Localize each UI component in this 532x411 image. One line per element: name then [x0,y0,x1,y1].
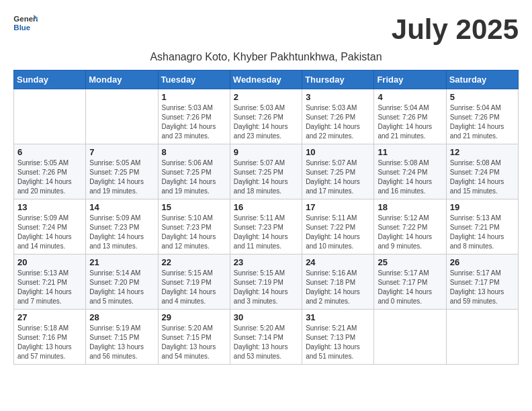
sunset-text: Sunset: 7:15 PM [162,334,212,341]
sunset-text: Sunset: 7:15 PM [89,334,139,341]
daylight-text: Daylight: 14 hours and 11 minutes. [234,233,288,250]
day-number: 5 [450,92,515,102]
day-info: Sunrise: 5:20 AMSunset: 7:15 PMDaylight:… [162,324,226,361]
daylight-text: Daylight: 14 hours and 19 minutes. [162,178,216,195]
sunrise-text: Sunrise: 5:04 AM [378,104,429,111]
daylight-text: Daylight: 13 hours and 51 minutes. [306,343,360,360]
calendar-week-4: 20Sunrise: 5:13 AMSunset: 7:21 PMDayligh… [14,255,519,310]
day-number: 12 [450,147,515,157]
sunrise-text: Sunrise: 5:21 AM [306,324,357,332]
daylight-text: Daylight: 14 hours and 12 minutes. [162,233,216,250]
sunrise-text: Sunrise: 5:06 AM [162,159,213,167]
sunrise-text: Sunrise: 5:18 AM [17,324,69,332]
sunset-text: Sunset: 7:25 PM [162,169,212,176]
calendar-cell-week5-day6 [446,310,518,365]
day-info: Sunrise: 5:03 AMSunset: 7:26 PMDaylight:… [234,103,298,141]
day-number: 23 [234,257,298,267]
calendar-cell-week3-day0: 13Sunrise: 5:09 AMSunset: 7:24 PMDayligh… [14,199,86,255]
day-number: 13 [17,202,82,212]
day-number: 30 [234,312,298,322]
daylight-text: Daylight: 13 hours and 53 minutes. [234,343,288,360]
calendar-cell-week4-day3: 23Sunrise: 5:15 AMSunset: 7:19 PMDayligh… [230,255,302,310]
day-info: Sunrise: 5:11 AMSunset: 7:23 PMDaylight:… [234,214,298,251]
sunset-text: Sunset: 7:16 PM [17,334,67,341]
calendar-cell-week2-day0: 6Sunrise: 5:05 AMSunset: 7:26 PMDaylight… [14,144,86,199]
sunset-text: Sunset: 7:23 PM [234,224,283,231]
sunrise-text: Sunrise: 5:07 AM [234,159,285,167]
sunrise-text: Sunrise: 5:07 AM [306,159,357,167]
page-header: General Blue July 2025 [13,13,519,46]
day-info: Sunrise: 5:11 AMSunset: 7:22 PMDaylight:… [306,214,370,251]
calendar-cell-week4-day6: 26Sunrise: 5:17 AMSunset: 7:17 PMDayligh… [446,255,518,310]
calendar-cell-week2-day3: 9Sunrise: 5:07 AMSunset: 7:25 PMDaylight… [230,144,302,199]
daylight-text: Daylight: 14 hours and 2 minutes. [306,288,360,305]
day-number: 6 [17,147,82,157]
daylight-text: Daylight: 14 hours and 14 minutes. [17,233,72,250]
daylight-text: Daylight: 14 hours and 18 minutes. [234,178,288,195]
day-number: 2 [234,92,298,102]
day-number: 29 [162,312,226,322]
day-info: Sunrise: 5:16 AMSunset: 7:18 PMDaylight:… [306,269,370,306]
sunrise-text: Sunrise: 5:17 AM [450,269,501,277]
day-number: 14 [89,202,154,212]
svg-text:Blue: Blue [13,24,30,32]
sunrise-text: Sunrise: 5:03 AM [234,104,285,111]
day-info: Sunrise: 5:05 AMSunset: 7:26 PMDaylight:… [17,158,82,196]
general-blue-logo-icon: General Blue [13,13,38,34]
daylight-text: Daylight: 13 hours and 54 minutes. [162,343,216,360]
calendar-cell-week5-day2: 29Sunrise: 5:20 AMSunset: 7:15 PMDayligh… [158,310,230,365]
day-info: Sunrise: 5:06 AMSunset: 7:25 PMDaylight:… [162,158,226,196]
day-number: 20 [17,257,82,267]
calendar-cell-week1-day5: 4Sunrise: 5:04 AMSunset: 7:26 PMDaylight… [374,89,446,144]
sunset-text: Sunset: 7:21 PM [17,279,67,286]
sunrise-text: Sunrise: 5:10 AM [162,214,213,222]
month-title: July 2025 [392,13,519,46]
calendar-cell-week3-day5: 18Sunrise: 5:12 AMSunset: 7:22 PMDayligh… [374,199,446,255]
day-info: Sunrise: 5:04 AMSunset: 7:26 PMDaylight:… [378,103,442,141]
day-info: Sunrise: 5:19 AMSunset: 7:15 PMDaylight:… [89,324,154,361]
calendar-cell-week1-day1 [86,89,158,144]
calendar-cell-week2-day4: 10Sunrise: 5:07 AMSunset: 7:25 PMDayligh… [302,144,374,199]
day-number: 18 [378,202,442,212]
daylight-text: Daylight: 14 hours and 13 minutes. [89,233,144,250]
day-info: Sunrise: 5:15 AMSunset: 7:19 PMDaylight:… [162,269,226,306]
weekday-header-monday: Monday [86,71,158,89]
daylight-text: Daylight: 14 hours and 8 minutes. [450,233,504,250]
day-info: Sunrise: 5:08 AMSunset: 7:24 PMDaylight:… [450,158,515,196]
calendar-week-3: 13Sunrise: 5:09 AMSunset: 7:24 PMDayligh… [14,199,519,255]
daylight-text: Daylight: 13 hours and 57 minutes. [17,343,72,360]
day-number: 25 [378,257,442,267]
daylight-text: Daylight: 13 hours and 56 minutes. [89,343,144,360]
sunset-text: Sunset: 7:13 PM [306,334,355,341]
day-info: Sunrise: 5:03 AMSunset: 7:26 PMDaylight:… [306,103,370,141]
calendar-cell-week2-day5: 11Sunrise: 5:08 AMSunset: 7:24 PMDayligh… [374,144,446,199]
day-info: Sunrise: 5:21 AMSunset: 7:13 PMDaylight:… [306,324,370,361]
daylight-text: Daylight: 14 hours and 17 minutes. [306,178,360,195]
daylight-text: Daylight: 14 hours and 9 minutes. [378,233,432,250]
sunrise-text: Sunrise: 5:09 AM [17,214,69,222]
day-info: Sunrise: 5:17 AMSunset: 7:17 PMDaylight:… [450,269,515,306]
calendar-cell-week5-day0: 27Sunrise: 5:18 AMSunset: 7:16 PMDayligh… [14,310,86,365]
daylight-text: Daylight: 14 hours and 10 minutes. [306,233,360,250]
day-number: 22 [162,257,226,267]
daylight-text: Daylight: 14 hours and 7 minutes. [17,288,72,305]
sunset-text: Sunset: 7:25 PM [306,169,355,176]
daylight-text: Daylight: 14 hours and 16 minutes. [378,178,432,195]
calendar-cell-week5-day3: 30Sunrise: 5:20 AMSunset: 7:14 PMDayligh… [230,310,302,365]
day-number: 1 [162,92,226,102]
daylight-text: Daylight: 14 hours and 23 minutes. [234,123,288,140]
daylight-text: Daylight: 14 hours and 19 minutes. [89,178,144,195]
day-number: 8 [162,147,226,157]
sunrise-text: Sunrise: 5:08 AM [378,159,429,167]
sunrise-text: Sunrise: 5:11 AM [306,214,357,222]
sunrise-text: Sunrise: 5:19 AM [89,324,140,332]
calendar-cell-week1-day3: 2Sunrise: 5:03 AMSunset: 7:26 PMDaylight… [230,89,302,144]
day-info: Sunrise: 5:15 AMSunset: 7:19 PMDaylight:… [234,269,298,306]
day-number: 10 [306,147,370,157]
day-info: Sunrise: 5:10 AMSunset: 7:23 PMDaylight:… [162,214,226,251]
sunrise-text: Sunrise: 5:14 AM [89,269,140,277]
weekday-header-wednesday: Wednesday [230,71,302,89]
day-number: 24 [306,257,370,267]
day-number: 15 [162,202,226,212]
sunset-text: Sunset: 7:21 PM [450,224,500,231]
